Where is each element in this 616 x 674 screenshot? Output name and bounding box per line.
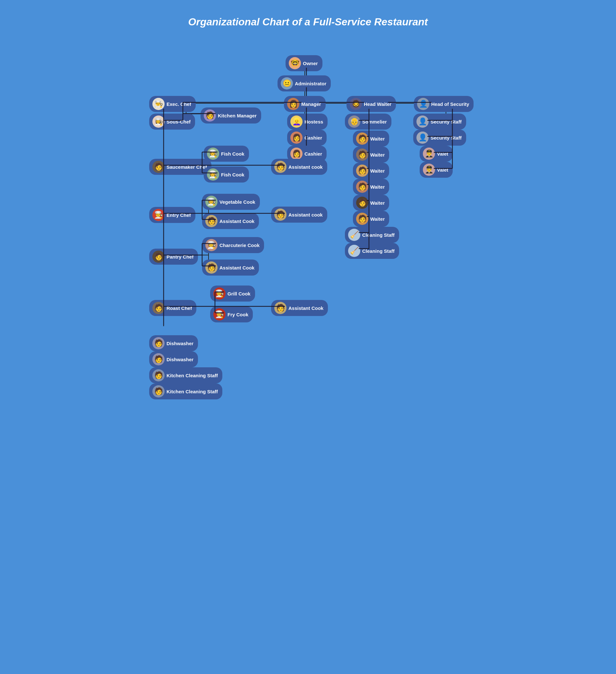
dishwasher2-node: 🧑 Dishwasher	[149, 351, 198, 367]
sous-chef-avatar: 👩‍🍳	[152, 115, 165, 128]
cleaning2-avatar: 🧹	[348, 245, 360, 257]
manager-node: 👩 Manager	[284, 96, 326, 112]
dishwasher1-avatar: 🧑	[152, 337, 165, 349]
owner-avatar: 🤓	[289, 57, 301, 69]
dishwasher1-label: 🧑 Dishwasher	[149, 335, 198, 351]
asst-cook-mid-node: 🧑 Assistant cook	[271, 207, 327, 223]
pantry-chef-label: 🧑 Pantry Chef	[149, 249, 198, 265]
waiter4-avatar: 🧑	[356, 181, 368, 193]
hostess-node: 👱‍♀️ Hostess	[287, 114, 328, 130]
admin-avatar: 😐	[281, 77, 293, 90]
exec-chef-label: 👨‍🍳 Exec. Chef	[149, 96, 196, 112]
valet2-label: 👨‍✈️ Valet	[420, 162, 453, 178]
veg-cook-node: 🧑‍🍳 Vegetable Cook	[202, 194, 260, 210]
kcs2-node: 🧑 Kitchen Cleaning Staff	[149, 383, 222, 400]
waiter6-avatar: 🧑	[356, 213, 368, 225]
dishwasher2-avatar: 🧑	[152, 353, 165, 365]
asst-cook2-node: 🧑 Assistant Cook	[202, 213, 259, 229]
kcs2-avatar: 🧑	[152, 385, 165, 398]
manager-label: 👩 Manager	[284, 96, 326, 112]
fish-cook1-avatar: 🧑‍🍳	[207, 147, 219, 160]
administrator-label: 😐 Administrator	[278, 75, 331, 91]
waiter3-avatar: 🧑	[356, 164, 368, 177]
head-security-node: 👤 Head of Security	[414, 96, 474, 112]
asst-cook3-node: 🧑 Assistant Cook	[202, 259, 259, 275]
administrator-node: 😐 Administrator	[278, 75, 331, 91]
sommelier-label: 👴 Sommelier	[345, 114, 391, 130]
cashier1-avatar: 👩	[290, 131, 303, 144]
waiter1-node: 🧑 Waiter	[353, 131, 389, 147]
waiter3-label: 🧑 Waiter	[353, 162, 389, 179]
security1-label: 👤 Security Staff	[413, 114, 466, 130]
cleaning1-label: 🧹 Cleaning Staff	[345, 227, 399, 243]
manager-avatar: 👩	[287, 98, 299, 110]
asst-cook-mid-label: 🧑 Assistant cook	[271, 207, 327, 223]
cashier2-avatar: 👩	[290, 147, 303, 160]
valet2-node: 👨‍✈️ Valet	[420, 162, 453, 178]
asst-cook4-label: 🧑 Assistant Cook	[271, 300, 328, 316]
owner-node: 🤓 Owner	[286, 55, 322, 71]
security2-node: 👤 Security Staff	[413, 130, 466, 146]
asst-cook2-avatar: 🧑	[205, 215, 217, 227]
fish-cook1-node: 🧑‍🍳 Fish Cook	[204, 146, 249, 162]
fish-cook2-avatar: 🧑‍🍳	[207, 168, 219, 181]
exec-chef-node: 👨‍🍳 Exec. Chef	[149, 96, 196, 112]
head-waiter-avatar: 🧔	[350, 98, 362, 110]
fry-cook-node: 👨‍🍳 Fry Cook	[210, 306, 253, 322]
head-security-avatar: 👤	[417, 98, 429, 110]
roast-chef-avatar: 🧑	[152, 302, 165, 314]
cleaning2-node: 🧹 Cleaning Staff	[345, 243, 399, 259]
kitchen-mgr-avatar: 🧑	[204, 109, 216, 122]
security2-avatar: 👤	[416, 131, 429, 144]
pantry-chef-node: 🧑 Pantry Chef	[149, 249, 198, 265]
kcs1-node: 🧑 Kitchen Cleaning Staff	[149, 367, 222, 383]
security2-label: 👤 Security Staff	[413, 130, 466, 146]
valet1-avatar: 👨‍✈️	[423, 147, 435, 160]
valet1-node: 👨‍✈️ Valet	[420, 146, 453, 162]
kcs1-label: 🧑 Kitchen Cleaning Staff	[149, 367, 222, 383]
fish-cook1-label: 🧑‍🍳 Fish Cook	[204, 146, 249, 162]
waiter2-node: 🧑 Waiter	[353, 147, 389, 162]
head-waiter-label: 🧔 Head Waiter	[346, 96, 396, 112]
waiter5-avatar: 🧑	[356, 197, 368, 209]
waiter3-node: 🧑 Waiter	[353, 162, 389, 179]
exec-chef-avatar: 👨‍🍳	[152, 98, 165, 110]
head-waiter-node: 🧔 Head Waiter	[346, 96, 396, 112]
entry-chef-avatar: 👨‍🍳	[152, 209, 165, 221]
kitchen-mgr-label: 🧑 Kitchen Manager	[201, 107, 261, 123]
waiter2-avatar: 🧑	[356, 148, 368, 161]
dishwasher2-label: 🧑 Dishwasher	[149, 351, 198, 367]
fish-cook2-label: 🧑‍🍳 Fish Cook	[204, 166, 249, 183]
asst-cook-mid-avatar: 🧑	[274, 209, 287, 221]
valet1-label: 👨‍✈️ Valet	[420, 146, 453, 162]
security1-node: 👤 Security Staff	[413, 114, 466, 130]
charc-cook-avatar: 🧑‍🍳	[205, 239, 217, 251]
roast-chef-label: 🧑 Roast Chef	[149, 300, 196, 316]
sous-chef-node: 👩‍🍳 Sous-Chef	[149, 114, 195, 130]
chart-container: Organizational Chart of a Full-Service R…	[138, 6, 478, 674]
dishwasher1-node: 🧑 Dishwasher	[149, 335, 198, 351]
veg-cook-avatar: 🧑‍🍳	[205, 196, 217, 208]
asst-cook3-label: 🧑 Assistant Cook	[202, 259, 259, 275]
waiter5-label: 🧑 Waiter	[353, 195, 389, 211]
saucemaker-avatar: 🧑	[152, 161, 165, 173]
kitchen-mgr-node: 🧑 Kitchen Manager	[201, 107, 261, 123]
waiter6-node: 🧑 Waiter	[353, 211, 389, 227]
asst-cook1-avatar: 🧑	[274, 161, 287, 173]
cleaning2-label: 🧹 Cleaning Staff	[345, 243, 399, 259]
grill-cook-avatar: 👨‍🍳	[213, 288, 225, 300]
owner-label: 🤓 Owner	[286, 55, 322, 71]
kcs2-label: 🧑 Kitchen Cleaning Staff	[149, 383, 222, 400]
sommelier-node: 👴 Sommelier	[345, 114, 391, 130]
head-security-label: 👤 Head of Security	[414, 96, 474, 112]
org-chart: 🤓 Owner 😐 Administrator 👩 Manager 🧔 Head…	[144, 37, 472, 673]
cleaning1-avatar: 🧹	[348, 229, 360, 241]
waiter6-label: 🧑 Waiter	[353, 211, 389, 227]
fish-cook2-node: 🧑‍🍳 Fish Cook	[204, 166, 249, 183]
fry-cook-avatar: 👨‍🍳	[213, 308, 225, 321]
security1-avatar: 👤	[416, 115, 429, 128]
asst-cook1-node: 🧑 Assistant cook	[271, 159, 327, 175]
valet2-avatar: 👨‍✈️	[423, 163, 435, 176]
sous-chef-label: 👩‍🍳 Sous-Chef	[149, 114, 195, 130]
roast-chef-node: 🧑 Roast Chef	[149, 300, 196, 316]
